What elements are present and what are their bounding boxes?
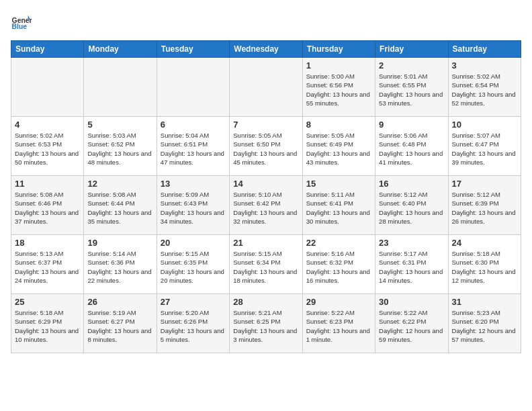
- calendar-cell: 21Sunrise: 5:15 AM Sunset: 6:34 PM Dayli…: [230, 235, 302, 294]
- calendar-cell: 6Sunrise: 5:04 AM Sunset: 6:51 PM Daylig…: [157, 117, 229, 176]
- calendar-cell: 30Sunrise: 5:22 AM Sunset: 6:22 PM Dayli…: [375, 294, 448, 353]
- weekday-header-cell: Friday: [375, 41, 448, 58]
- calendar-week-row: 25Sunrise: 5:18 AM Sunset: 6:29 PM Dayli…: [11, 294, 521, 353]
- day-number: 19: [87, 238, 152, 248]
- day-content: Sunrise: 5:22 AM Sunset: 6:22 PM Dayligh…: [379, 308, 444, 344]
- day-content: Sunrise: 5:11 AM Sunset: 6:41 PM Dayligh…: [306, 190, 371, 226]
- svg-text:Blue: Blue: [12, 23, 28, 30]
- day-number: 15: [306, 179, 371, 189]
- day-content: Sunrise: 5:22 AM Sunset: 6:23 PM Dayligh…: [306, 308, 371, 344]
- day-number: 3: [452, 60, 517, 71]
- calendar-cell: 11Sunrise: 5:08 AM Sunset: 6:46 PM Dayli…: [11, 176, 84, 235]
- calendar-cell: 1Sunrise: 5:00 AM Sunset: 6:56 PM Daylig…: [302, 58, 375, 117]
- calendar-cell: 12Sunrise: 5:08 AM Sunset: 6:44 PM Dayli…: [84, 176, 157, 235]
- day-content: Sunrise: 5:15 AM Sunset: 6:35 PM Dayligh…: [161, 249, 226, 285]
- weekday-header-cell: Sunday: [11, 41, 84, 58]
- calendar-cell: 13Sunrise: 5:09 AM Sunset: 6:43 PM Dayli…: [157, 176, 229, 235]
- day-content: Sunrise: 5:05 AM Sunset: 6:50 PM Dayligh…: [233, 131, 298, 167]
- day-number: 13: [161, 179, 226, 189]
- day-number: 31: [452, 297, 517, 307]
- day-number: 2: [379, 60, 444, 71]
- day-number: 26: [87, 297, 152, 307]
- calendar-week-row: 1Sunrise: 5:00 AM Sunset: 6:56 PM Daylig…: [11, 58, 521, 117]
- day-content: Sunrise: 5:21 AM Sunset: 6:25 PM Dayligh…: [233, 308, 298, 344]
- calendar-cell: 28Sunrise: 5:21 AM Sunset: 6:25 PM Dayli…: [230, 294, 302, 353]
- calendar-cell: 22Sunrise: 5:16 AM Sunset: 6:32 PM Dayli…: [302, 235, 375, 294]
- logo-icon: General Blue: [11, 11, 32, 32]
- calendar-cell: 10Sunrise: 5:07 AM Sunset: 6:47 PM Dayli…: [448, 117, 521, 176]
- day-number: 24: [452, 238, 517, 248]
- calendar-cell: 9Sunrise: 5:06 AM Sunset: 6:48 PM Daylig…: [375, 117, 448, 176]
- day-number: 7: [233, 120, 298, 130]
- day-number: 6: [161, 120, 226, 130]
- day-number: 12: [87, 179, 152, 189]
- day-content: Sunrise: 5:18 AM Sunset: 6:30 PM Dayligh…: [452, 249, 517, 285]
- day-number: 14: [233, 179, 298, 189]
- day-number: 25: [15, 297, 80, 307]
- weekday-header-row: SundayMondayTuesdayWednesdayThursdayFrid…: [11, 41, 521, 58]
- calendar-table: SundayMondayTuesdayWednesdayThursdayFrid…: [11, 40, 521, 353]
- calendar-cell: [157, 58, 229, 117]
- day-number: 17: [452, 179, 517, 189]
- calendar-cell: 27Sunrise: 5:20 AM Sunset: 6:26 PM Dayli…: [157, 294, 229, 353]
- day-content: Sunrise: 5:18 AM Sunset: 6:29 PM Dayligh…: [15, 308, 80, 344]
- weekday-header-cell: Saturday: [448, 41, 521, 58]
- day-content: Sunrise: 5:12 AM Sunset: 6:39 PM Dayligh…: [452, 190, 517, 226]
- weekday-header-cell: Wednesday: [230, 41, 302, 58]
- day-number: 20: [161, 238, 226, 248]
- day-content: Sunrise: 5:12 AM Sunset: 6:40 PM Dayligh…: [379, 190, 444, 226]
- day-number: 28: [233, 297, 298, 307]
- calendar-cell: 19Sunrise: 5:14 AM Sunset: 6:36 PM Dayli…: [84, 235, 157, 294]
- day-content: Sunrise: 5:13 AM Sunset: 6:37 PM Dayligh…: [15, 249, 80, 285]
- calendar-cell: [11, 58, 84, 117]
- day-content: Sunrise: 5:04 AM Sunset: 6:51 PM Dayligh…: [161, 131, 226, 167]
- calendar-cell: 16Sunrise: 5:12 AM Sunset: 6:40 PM Dayli…: [375, 176, 448, 235]
- calendar-week-row: 18Sunrise: 5:13 AM Sunset: 6:37 PM Dayli…: [11, 235, 521, 294]
- calendar-cell: [84, 58, 157, 117]
- calendar-body: 1Sunrise: 5:00 AM Sunset: 6:56 PM Daylig…: [11, 58, 521, 353]
- calendar-cell: 24Sunrise: 5:18 AM Sunset: 6:30 PM Dayli…: [448, 235, 521, 294]
- calendar-cell: [230, 58, 302, 117]
- calendar-cell: 29Sunrise: 5:22 AM Sunset: 6:23 PM Dayli…: [302, 294, 375, 353]
- day-number: 21: [233, 238, 298, 248]
- day-number: 22: [306, 238, 371, 248]
- day-content: Sunrise: 5:23 AM Sunset: 6:20 PM Dayligh…: [452, 308, 517, 344]
- day-number: 4: [15, 120, 80, 130]
- day-content: Sunrise: 5:05 AM Sunset: 6:49 PM Dayligh…: [306, 131, 371, 167]
- day-content: Sunrise: 5:07 AM Sunset: 6:47 PM Dayligh…: [452, 131, 517, 167]
- calendar-week-row: 4Sunrise: 5:02 AM Sunset: 6:53 PM Daylig…: [11, 117, 521, 176]
- day-number: 16: [379, 179, 444, 189]
- day-content: Sunrise: 5:20 AM Sunset: 6:26 PM Dayligh…: [161, 308, 226, 344]
- calendar-cell: 18Sunrise: 5:13 AM Sunset: 6:37 PM Dayli…: [11, 235, 84, 294]
- day-number: 29: [306, 297, 371, 307]
- weekday-header-cell: Monday: [84, 41, 157, 58]
- day-content: Sunrise: 5:10 AM Sunset: 6:42 PM Dayligh…: [233, 190, 298, 226]
- day-number: 11: [15, 179, 80, 189]
- day-content: Sunrise: 5:01 AM Sunset: 6:55 PM Dayligh…: [379, 72, 444, 107]
- day-number: 5: [87, 120, 152, 130]
- day-number: 27: [161, 297, 226, 307]
- weekday-header-cell: Thursday: [302, 41, 375, 58]
- calendar-cell: 25Sunrise: 5:18 AM Sunset: 6:29 PM Dayli…: [11, 294, 84, 353]
- day-content: Sunrise: 5:19 AM Sunset: 6:27 PM Dayligh…: [87, 308, 152, 344]
- day-number: 23: [379, 238, 444, 248]
- calendar-cell: 2Sunrise: 5:01 AM Sunset: 6:55 PM Daylig…: [375, 58, 448, 117]
- day-number: 18: [15, 238, 80, 248]
- calendar-cell: 20Sunrise: 5:15 AM Sunset: 6:35 PM Dayli…: [157, 235, 229, 294]
- calendar-cell: 23Sunrise: 5:17 AM Sunset: 6:31 PM Dayli…: [375, 235, 448, 294]
- calendar-cell: 15Sunrise: 5:11 AM Sunset: 6:41 PM Dayli…: [302, 176, 375, 235]
- day-content: Sunrise: 5:03 AM Sunset: 6:52 PM Dayligh…: [87, 131, 152, 167]
- calendar-cell: 31Sunrise: 5:23 AM Sunset: 6:20 PM Dayli…: [448, 294, 521, 353]
- page-header: General Blue: [11, 11, 521, 32]
- day-content: Sunrise: 5:08 AM Sunset: 6:44 PM Dayligh…: [87, 190, 152, 226]
- day-content: Sunrise: 5:14 AM Sunset: 6:36 PM Dayligh…: [87, 249, 152, 285]
- day-content: Sunrise: 5:00 AM Sunset: 6:56 PM Dayligh…: [306, 72, 371, 107]
- day-content: Sunrise: 5:02 AM Sunset: 6:53 PM Dayligh…: [15, 131, 80, 167]
- weekday-header-cell: Tuesday: [157, 41, 229, 58]
- calendar-cell: 7Sunrise: 5:05 AM Sunset: 6:50 PM Daylig…: [230, 117, 302, 176]
- calendar-cell: 4Sunrise: 5:02 AM Sunset: 6:53 PM Daylig…: [11, 117, 84, 176]
- day-number: 1: [306, 60, 371, 71]
- logo: General Blue: [11, 11, 35, 32]
- calendar-cell: 26Sunrise: 5:19 AM Sunset: 6:27 PM Dayli…: [84, 294, 157, 353]
- day-content: Sunrise: 5:02 AM Sunset: 6:54 PM Dayligh…: [452, 72, 517, 107]
